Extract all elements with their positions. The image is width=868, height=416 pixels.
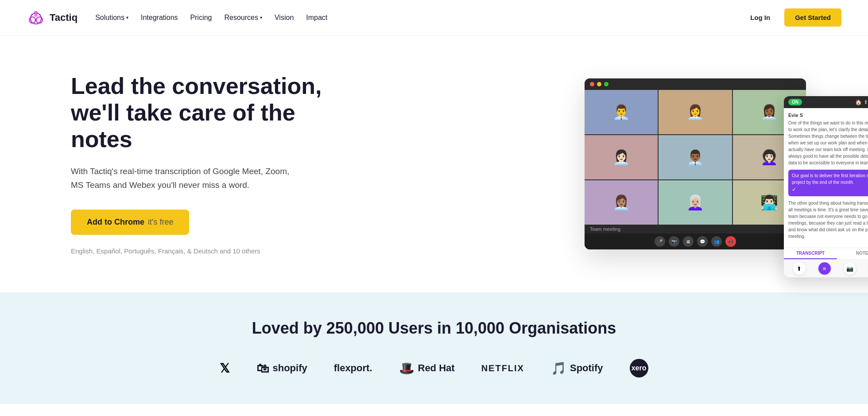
end-btn[interactable]: 📵 xyxy=(725,236,736,247)
meeting-window: 👨‍💼 👩‍💼 👩🏾‍💼 👩🏻‍💼 👨🏾‍💼 👩🏻‍🦱 👩🏽‍💼 👩🏼‍🦳 👨🏻… xyxy=(585,78,806,249)
nav-right: Log In Get Started xyxy=(743,8,841,27)
svg-point-4 xyxy=(31,14,33,16)
hero-title: Lead the conversation, we'll take care o… xyxy=(71,73,328,152)
transcript-highlight: Our goal is to deliver the first iterati… xyxy=(788,170,868,196)
brand-twitter: 𝕏 xyxy=(220,361,230,376)
nav-vision[interactable]: Vision xyxy=(275,14,294,22)
share-action[interactable]: ⬆ xyxy=(793,262,806,275)
participant-8: 👩🏼‍🦳 xyxy=(659,180,732,225)
participant-5: 👨🏾‍💼 xyxy=(659,135,732,179)
redhat-text: Red Hat xyxy=(418,362,455,374)
navbar: Tactiq Solutions ▾ Integrations Pricing … xyxy=(0,0,868,35)
xero-text: xero xyxy=(632,364,647,372)
nav-pricing[interactable]: Pricing xyxy=(190,14,212,22)
hero-image-area: 👨‍💼 👩‍💼 👩🏾‍💼 👩🏻‍💼 👨🏾‍💼 👩🏻‍🦱 👩🏽‍💼 👩🏼‍🦳 👨🏻… xyxy=(585,78,841,249)
nav-solutions[interactable]: Solutions ▾ xyxy=(95,14,128,22)
shopify-text: shopify xyxy=(272,362,307,374)
home-icon: 🏠 xyxy=(855,99,862,105)
resources-chevron: ▾ xyxy=(260,15,262,20)
close-dot xyxy=(590,82,594,86)
brand-xero: xero xyxy=(630,359,648,377)
participant-7: 👩🏽‍💼 xyxy=(585,180,658,225)
brand-flexport: flexport. xyxy=(334,362,372,374)
cta-free-text: it's free xyxy=(148,218,173,227)
logo[interactable]: Tactiq xyxy=(27,10,78,26)
brand-netflix: NETFLIX xyxy=(481,363,524,373)
social-proof-title: Loved by 250,000 Users in 10,000 Organis… xyxy=(27,319,841,338)
maximize-dot xyxy=(604,82,608,86)
brand-redhat: 🎩 Red Hat xyxy=(399,361,455,376)
login-button[interactable]: Log In xyxy=(743,10,777,25)
spotify-icon: 🎵 xyxy=(551,361,566,376)
brand-spotify: 🎵 Spotify xyxy=(551,361,603,376)
get-started-button[interactable]: Get Started xyxy=(784,8,841,27)
tab-transcript[interactable]: TRANSCRIPT xyxy=(784,248,837,259)
hero-content: Lead the conversation, we'll take care o… xyxy=(71,73,328,255)
people-btn[interactable]: 👥 xyxy=(711,236,722,247)
logo-svg xyxy=(27,10,45,26)
svg-point-5 xyxy=(39,14,41,16)
brands-list: 𝕏 🛍 shopify flexport. 🎩 Red Hat NETFLIX … xyxy=(27,359,841,377)
nav-resources[interactable]: Resources ▾ xyxy=(225,14,262,22)
nav-integrations[interactable]: Integrations xyxy=(141,14,178,22)
mic-btn[interactable]: 🎤 xyxy=(655,236,665,247)
transcript-body: Evie S One of the things we want to do i… xyxy=(784,108,868,248)
topbar-icons: 🏠 ⬆ ⚙ ? ✕ xyxy=(855,99,868,105)
solutions-chevron: ▾ xyxy=(126,15,128,20)
camera-action[interactable]: 📷 xyxy=(844,262,856,275)
screen-btn[interactable]: 🖥 xyxy=(683,236,694,247)
participant-2: 👩‍💼 xyxy=(659,90,732,134)
meeting-titlebar xyxy=(585,78,806,90)
meeting-grid: 👨‍💼 👩‍💼 👩🏾‍💼 👩🏻‍💼 👨🏾‍💼 👩🏻‍🦱 👩🏽‍💼 👩🏼‍🦳 👨🏻… xyxy=(585,90,806,225)
tab-notes[interactable]: NOTES xyxy=(837,248,868,259)
nav-left: Tactiq Solutions ▾ Integrations Pricing … xyxy=(27,10,327,26)
transcript-topbar: ON 🏠 ⬆ ⚙ ? ✕ xyxy=(784,96,868,108)
flexport-text: flexport. xyxy=(334,362,372,374)
shopify-icon: 🛍 xyxy=(256,361,269,376)
participant-1: 👨‍💼 xyxy=(585,90,658,134)
cta-main-text: Add to Chrome xyxy=(87,218,144,227)
speaker-name: Evie S xyxy=(788,113,868,118)
spotify-text: Spotify xyxy=(570,362,603,374)
upload-icon: ⬆ xyxy=(864,99,868,105)
twitter-icon: 𝕏 xyxy=(220,361,230,376)
transcript-panel: ON 🏠 ⬆ ⚙ ? ✕ Evie S One of the things we… xyxy=(784,96,868,277)
transcript-actions: ⬆ ≡ 📷 ⏸ xyxy=(784,259,868,277)
participant-4: 👩🏻‍💼 xyxy=(585,135,658,179)
minimize-dot xyxy=(597,82,601,86)
chat-btn[interactable]: 💬 xyxy=(697,236,708,247)
toggle-on[interactable]: ON xyxy=(788,99,802,105)
transcript-text-2: The other good thing about having transc… xyxy=(788,200,868,240)
netflix-text: NETFLIX xyxy=(481,363,524,373)
transcript-text-1: One of the things we want to do in this … xyxy=(788,120,868,166)
nav-links: Solutions ▾ Integrations Pricing Resourc… xyxy=(95,14,327,22)
meeting-controls: 🎤 📷 🖥 💬 👥 📵 xyxy=(585,233,806,249)
transcript-tabs: TRANSCRIPT NOTES xyxy=(784,248,868,259)
social-proof-section: Loved by 250,000 Users in 10,000 Organis… xyxy=(0,292,868,404)
cam-btn[interactable]: 📷 xyxy=(669,236,679,247)
logo-text: Tactiq xyxy=(50,12,78,23)
meeting-label: Team meeting ● ● ● xyxy=(585,225,806,233)
brand-shopify: 🛍 shopify xyxy=(256,361,307,376)
nav-impact[interactable]: Impact xyxy=(306,14,327,22)
xero-circle: xero xyxy=(630,359,648,377)
redhat-icon: 🎩 xyxy=(399,361,415,376)
add-to-chrome-button[interactable]: Add to Chrome it's free xyxy=(71,210,189,235)
hero-section: Lead the conversation, we'll take care o… xyxy=(0,35,868,292)
hero-subtitle: With Tactiq's real-time transcription of… xyxy=(71,165,301,192)
hero-languages: English, Español, Português, Français, &… xyxy=(71,247,328,255)
list-action[interactable]: ≡ xyxy=(818,262,831,275)
